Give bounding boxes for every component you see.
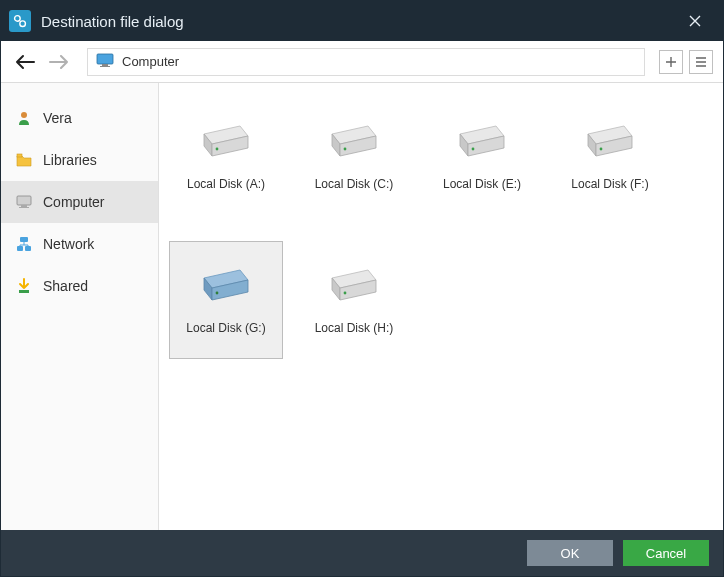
svg-point-14	[216, 147, 219, 150]
titlebar: Destination file dialog	[1, 1, 723, 41]
network-icon	[15, 235, 33, 253]
sidebar: Vera Libraries Computer Network	[1, 83, 159, 530]
close-button[interactable]	[675, 1, 715, 41]
plus-icon	[664, 55, 678, 69]
libraries-icon	[15, 151, 33, 169]
close-icon	[689, 15, 701, 27]
breadcrumb[interactable]: Computer	[87, 48, 645, 76]
shared-icon	[15, 277, 33, 295]
toolbar: Computer	[1, 41, 723, 83]
destination-file-dialog: Destination file dialog Computer	[0, 0, 724, 577]
svg-point-0	[15, 16, 21, 22]
arrow-right-icon	[48, 54, 70, 70]
breadcrumb-label: Computer	[122, 54, 179, 69]
sidebar-item-shared[interactable]: Shared	[1, 265, 158, 307]
svg-point-19	[344, 291, 347, 294]
svg-point-15	[344, 147, 347, 150]
svg-rect-13	[19, 290, 29, 293]
drive-icon	[200, 268, 252, 307]
svg-point-5	[21, 112, 27, 118]
svg-rect-2	[97, 54, 113, 64]
sidebar-item-label: Computer	[43, 194, 104, 210]
forward-button[interactable]	[45, 48, 73, 76]
monitor-icon	[96, 53, 114, 70]
window-title: Destination file dialog	[41, 13, 675, 30]
ok-button[interactable]: OK	[527, 540, 613, 566]
drive-label: Local Disk (A:)	[187, 177, 265, 191]
view-list-button[interactable]	[689, 50, 713, 74]
svg-rect-3	[102, 64, 108, 66]
drive-label: Local Disk (C:)	[315, 177, 394, 191]
svg-point-16	[472, 147, 475, 150]
dialog-body: Vera Libraries Computer Network	[1, 83, 723, 530]
svg-point-1	[20, 21, 26, 27]
app-icon	[9, 10, 31, 32]
sidebar-item-computer[interactable]: Computer	[1, 181, 158, 223]
drive-grid: Local Disk (A:) Local Disk (C:) Local Di…	[169, 97, 713, 359]
sidebar-item-label: Network	[43, 236, 94, 252]
svg-point-17	[600, 147, 603, 150]
drive-item-a[interactable]: Local Disk (A:)	[169, 97, 283, 215]
drive-item-g[interactable]: Local Disk (G:)	[169, 241, 283, 359]
drive-icon	[200, 124, 252, 163]
user-icon	[15, 109, 33, 127]
drive-icon	[456, 124, 508, 163]
drive-item-f[interactable]: Local Disk (F:)	[553, 97, 667, 215]
svg-rect-10	[20, 237, 28, 242]
back-button[interactable]	[11, 48, 39, 76]
content-pane: Local Disk (A:) Local Disk (C:) Local Di…	[159, 83, 723, 530]
drive-label: Local Disk (F:)	[571, 177, 648, 191]
cancel-button[interactable]: Cancel	[623, 540, 709, 566]
sidebar-item-label: Vera	[43, 110, 72, 126]
drive-item-c[interactable]: Local Disk (C:)	[297, 97, 411, 215]
drive-icon	[328, 124, 380, 163]
sidebar-item-label: Shared	[43, 278, 88, 294]
sidebar-item-label: Libraries	[43, 152, 97, 168]
svg-rect-4	[100, 66, 110, 67]
sidebar-item-network[interactable]: Network	[1, 223, 158, 265]
sidebar-item-vera[interactable]: Vera	[1, 97, 158, 139]
svg-rect-7	[17, 196, 31, 205]
footer: OK Cancel	[1, 530, 723, 576]
svg-rect-6	[17, 154, 22, 157]
drive-item-e[interactable]: Local Disk (E:)	[425, 97, 539, 215]
new-folder-button[interactable]	[659, 50, 683, 74]
drive-label: Local Disk (E:)	[443, 177, 521, 191]
drive-label: Local Disk (H:)	[315, 321, 394, 335]
computer-icon	[15, 193, 33, 211]
drive-label: Local Disk (G:)	[186, 321, 265, 335]
drive-icon	[584, 124, 636, 163]
svg-rect-9	[19, 207, 29, 208]
drive-item-h[interactable]: Local Disk (H:)	[297, 241, 411, 359]
drive-icon	[328, 268, 380, 307]
arrow-left-icon	[14, 54, 36, 70]
list-icon	[694, 55, 708, 69]
svg-point-18	[216, 291, 219, 294]
svg-rect-8	[21, 205, 27, 207]
sidebar-item-libraries[interactable]: Libraries	[1, 139, 158, 181]
